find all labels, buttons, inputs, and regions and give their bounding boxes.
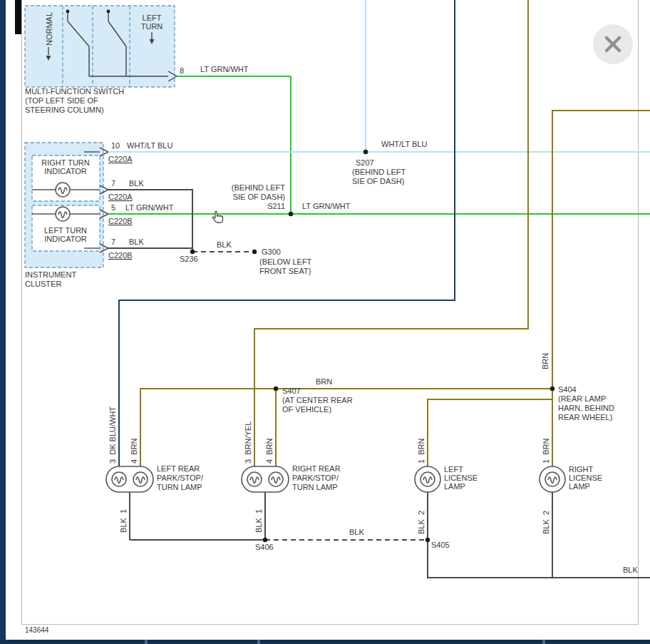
right-rear-lamp-label: TURN LAMP [292,483,338,491]
g300-note: FRONT SEAT) [259,267,311,275]
wire-label-lt-grn-wht: LT GRN/WHT [200,65,249,73]
switch-contact-dot [107,10,110,14]
ground-blk-label: BLK 1 [254,509,263,533]
ground-blk-label: BLK 2 [542,511,550,534]
s211-note: (BEHIND LEFT [232,183,285,192]
left-rear-lamp-label: PARK/STOP/ [157,474,204,482]
pin1-brn-label: 1 BRN [542,438,550,464]
connector-label-c220b: C220B [108,251,133,260]
taskbar [0,640,650,644]
s404-note: HARN, BEHIND [558,404,614,412]
wire-label-wht-lt-blu: WHT/LT BLU [381,140,427,148]
s211-note: SIE OF DASH) [233,193,285,201]
close-button[interactable] [593,24,633,64]
close-icon [593,24,633,64]
pin7-label: 7 [111,237,115,246]
pin8-label: 8 [180,66,184,75]
g300-note: (BELOW LEFT [259,257,312,266]
pin7-label: 7 [111,179,115,188]
splice-dot-s404 [550,387,554,391]
wire-label-lt-grn-wht: LT GRN/WHT [125,203,174,212]
wire-label-blk: BLK [129,237,144,246]
ground-dot-g300 [252,250,257,254]
wire-label-blk: BLK [217,240,232,249]
right-turn-indicator-label: INDICATOR [44,167,87,175]
right-license-lamp-label: RIGHT [569,465,594,474]
left-turn-label: LEFT [143,14,162,22]
s211-label: S211 [267,202,285,210]
switch-title: (TOP LEFT SIDE OF [25,96,98,105]
s405-label: S405 [431,541,450,549]
right-license-lamp-label: LAMP [569,482,590,491]
wire-blk-rear-ground [130,492,650,578]
right-license-lamp-symbol [540,466,565,492]
right-turn-indicator-label: RIGHT TURN [41,158,89,167]
taskbar-segment[interactable] [0,640,145,644]
switch-title: STEERING COLUMN) [25,106,104,114]
ground-blk-label: BLK 1 [119,509,128,533]
s406-label: S406 [255,543,274,551]
left-turn-indicator-label: LEFT TURN [44,226,87,235]
left-license-lamp-label: LICENSE [444,474,478,482]
s207-note: (BEHIND LEFT [352,168,406,176]
wire-label-brn: BRN [316,377,332,386]
splice-dot-s211 [289,212,293,216]
s207-note: SIE OF DASH) [352,177,404,185]
wire-label-brn-vertical: BRN [541,353,550,369]
s236-label: S236 [180,255,198,263]
wire-label-wht-lt-blu: WHT/LT BLU [127,141,172,150]
right-rear-lamp-symbol [242,466,289,492]
pin3-brn-yel-label: 3 BRN/YEL [244,421,252,464]
splice-dot-s407 [274,387,278,391]
left-turn-indicator-label: INDICATOR [44,235,87,243]
cluster-title: CLUSTER [25,280,61,288]
taskbar-segment[interactable] [260,640,542,644]
wire-label-lt-grn-wht: LT GRN/WHT [302,202,351,210]
s404-label: S404 [558,385,577,394]
scrollbar-thumb[interactable] [15,0,21,34]
left-turn-label: TURN [141,22,163,31]
connector-label-c220a: C220A [108,155,133,163]
pin5-label: 5 [111,203,115,212]
s404-note: (REAR LAMP [558,394,606,403]
taskbar-segment[interactable] [148,640,257,644]
splice-dot-s406 [263,538,267,542]
pin10-label: 10 [111,141,120,150]
pin1-brn-label: 1 BRN [417,438,425,464]
connector-label-c220a: C220A [108,193,133,201]
cursor-hand-icon [212,211,222,223]
splice-dot-s236 [190,250,195,254]
left-rear-lamp-label: TURN LAMP [157,483,202,491]
splice-dot-s207 [363,150,368,154]
wire-label-blk: BLK [349,528,364,536]
right-rear-lamp-label: RIGHT REAR [292,464,341,473]
left-license-lamp-symbol [415,466,440,492]
pin3-dk-blu-wht-label: 3 DK BLU/WHT [108,407,117,464]
left-rear-lamp-symbol [106,466,153,492]
connector-label-c220b: C220B [108,217,133,225]
wire-label-blk: BLK [129,179,144,188]
s407-note: OF VEHICLE) [282,405,331,414]
wire-label-blk: BLK [623,566,638,574]
splice-dot-s405 [425,538,430,542]
left-license-lamp-label: LAMP [444,482,465,491]
ground-blk-label: BLK 2 [417,511,425,534]
s407-label: S407 [282,387,301,395]
s207-label: S207 [356,158,374,167]
doc-number: 143644 [25,626,49,634]
window-edge-strip [0,0,6,644]
pin4-brn-label: 4 BRN [130,438,138,464]
switch-contact-dot [66,10,70,14]
diagram-viewer-window: NORMAL LEFT TURN 8 LT GRN/WHT MULTI-FUNC… [0,0,650,644]
right-rear-lamp-label: PARK/STOP/ [292,474,339,482]
s404-note: REAR WHEEL) [558,413,612,421]
g300-label: G300 [262,247,281,256]
left-license-lamp-label: LEFT [444,465,463,474]
switch-title: MULTI-FUNCTION SWITCH [25,87,124,96]
taskbar-segment[interactable] [545,640,650,644]
s407-note: (AT CENTER REAR [282,396,353,404]
left-rear-lamp-label: LEFT REAR [157,464,200,473]
normal-label: NORMAL [45,12,53,46]
right-license-lamp-label: LICENSE [569,474,602,482]
cluster-title: INSTRUMENT [25,270,76,279]
